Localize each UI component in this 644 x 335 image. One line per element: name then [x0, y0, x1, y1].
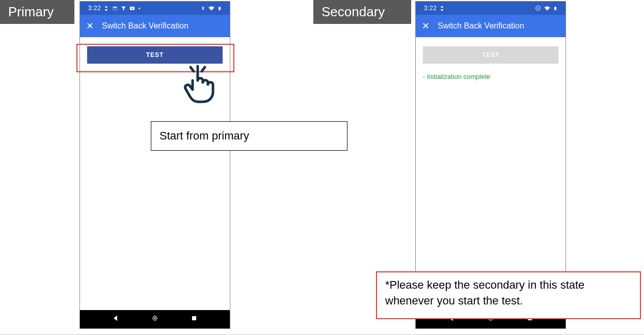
status-bar: 3:22 [416, 2, 566, 15]
app-icon [439, 6, 445, 11]
close-icon[interactable]: ✕ [86, 21, 94, 31]
content-area: TEST [80, 37, 230, 310]
close-icon[interactable]: ✕ [422, 21, 430, 31]
app-bar: ✕ Switch Back Verification [80, 15, 230, 37]
app-bar-title: Switch Back Verification [102, 21, 189, 31]
svg-rect-4 [192, 316, 196, 320]
note-start-from-primary: Start from primary [151, 121, 347, 151]
label-secondary: Secondary [313, 0, 411, 24]
svg-point-3 [154, 317, 156, 319]
gmail-icon [112, 6, 118, 11]
nav-back-icon[interactable] [112, 315, 119, 324]
status-bar: 3:22 [80, 2, 230, 15]
nav-bar [80, 310, 230, 328]
youtube-icon [129, 6, 136, 11]
battery-icon [218, 5, 222, 12]
app-icon [103, 6, 109, 11]
nav-recent-icon[interactable] [191, 315, 198, 324]
phone-primary: 3:22 ✕ Switch Back Verification TEST [79, 1, 230, 329]
note-keep-secondary: *Please keep the secondary in this state… [376, 271, 641, 319]
dnd-icon [535, 5, 541, 11]
status-text: - Initialization complete [423, 73, 558, 80]
filter-icon [121, 6, 126, 11]
bluetooth-icon [201, 5, 205, 12]
status-time: 3:22 [424, 5, 437, 12]
status-time: 3:22 [88, 5, 101, 12]
svg-rect-6 [537, 8, 540, 9]
wifi-icon [208, 6, 215, 11]
content-area: TEST - Initialization complete [416, 37, 566, 310]
test-button[interactable]: TEST [87, 46, 223, 64]
battery-icon [553, 5, 557, 12]
nav-home-icon[interactable] [151, 315, 158, 324]
svg-point-1 [139, 8, 140, 9]
test-button-disabled: TEST [423, 46, 558, 64]
app-bar-title: Switch Back Verification [438, 21, 524, 31]
app-bar: ✕ Switch Back Verification [416, 15, 566, 37]
dot-icon [138, 7, 141, 10]
label-primary: Primary [0, 0, 74, 24]
wifi-icon [544, 6, 551, 11]
